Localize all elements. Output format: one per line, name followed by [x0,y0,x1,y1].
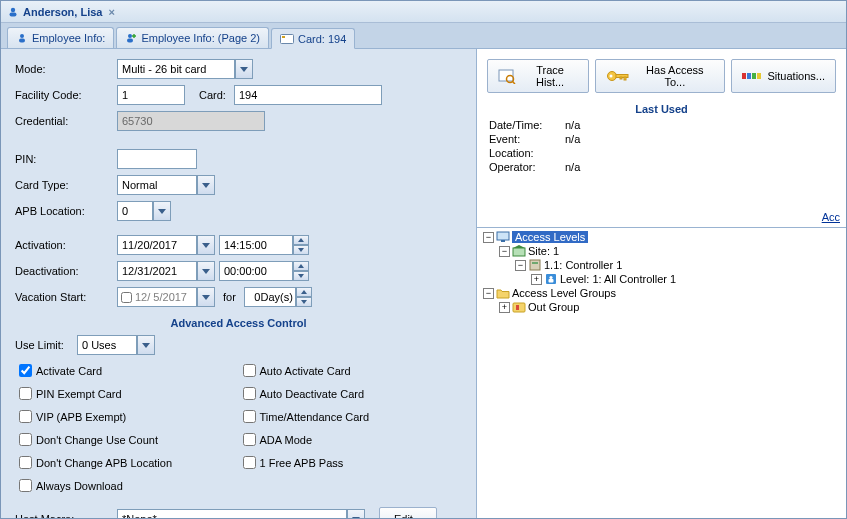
tree-label: Access Levels [512,231,588,243]
datetime-label: Date/Time: [489,119,565,131]
has-access-button[interactable]: Has Access To... [595,59,724,93]
dont-apb-checkbox[interactable]: Don't Change APB Location [15,453,239,472]
deactivation-time-input[interactable] [219,261,293,281]
operator-value: n/a [565,161,580,173]
svg-point-12 [610,75,613,78]
svg-rect-1 [10,12,17,16]
ada-mode-checkbox[interactable]: ADA Mode [239,430,463,449]
pin-label: PIN: [15,153,117,165]
uselimit-combo[interactable]: 0 Uses [77,335,137,355]
level-icon [544,273,558,285]
collapse-icon[interactable]: − [483,288,494,299]
last-used-section: Last Used Date/Time:n/a Event:n/a Locati… [477,103,846,183]
chevron-down-icon[interactable] [153,201,171,221]
tree-label: Level: 1: All Controller 1 [560,273,676,285]
tree-node-access-level-groups[interactable]: − Access Level Groups [483,286,844,300]
collapse-icon[interactable]: − [483,232,494,243]
vip-checkbox[interactable]: VIP (APB Exempt) [15,407,239,426]
cardtype-combo[interactable]: Normal [117,175,197,195]
svg-rect-22 [513,248,525,256]
tree-node-access-levels[interactable]: − Access Levels [483,230,844,244]
expand-icon[interactable]: + [531,274,542,285]
svg-rect-18 [752,73,756,79]
trace-history-button[interactable]: Trace Hist... [487,59,589,93]
svg-rect-21 [501,240,505,242]
vacation-label: Vacation Start: [15,291,117,303]
activation-time-input[interactable] [219,235,293,255]
chevron-down-icon[interactable] [347,509,365,518]
svg-rect-19 [757,73,761,79]
chevron-down-icon[interactable] [197,261,215,281]
acc-link[interactable]: Acc [477,183,846,227]
time-attendance-checkbox[interactable]: Time/Attendance Card [239,407,463,426]
chevron-down-icon[interactable] [197,175,215,195]
situations-icon [742,70,762,82]
days-spinner[interactable] [296,287,312,307]
cardtype-value: Normal [122,179,157,191]
time-spinner[interactable] [293,261,309,281]
collapse-icon[interactable]: − [515,260,526,271]
left-pane: Mode: Multi - 26 bit card Facility Code:… [1,49,476,518]
days-suffix: Day(s) [260,291,292,303]
situations-button[interactable]: Situations... [731,59,836,93]
chevron-down-icon[interactable] [235,59,253,79]
event-value: n/a [565,133,580,145]
svg-line-10 [513,82,516,85]
facility-label: Facility Code: [15,89,117,101]
tab-card[interactable]: Card: 194 [271,28,355,49]
hostmacro-combo[interactable]: *None* [117,509,347,518]
pin-input[interactable] [117,149,197,169]
deactivation-label: Deactivation: [15,265,117,277]
mode-value: Multi - 26 bit card [122,63,206,75]
collapse-icon[interactable]: − [499,246,510,257]
right-pane: Trace Hist... Has Access To... Situation… [476,49,846,518]
always-download-checkbox[interactable]: Always Download [15,476,239,495]
card-input[interactable] [234,85,382,105]
tree-node-level[interactable]: + Level: 1: All Controller 1 [531,272,844,286]
folder-icon [496,287,510,299]
expand-icon[interactable]: + [499,302,510,313]
tab-employee-info[interactable]: Employee Info: [7,27,114,48]
activate-card-checkbox[interactable]: Activate Card [15,361,239,380]
vacation-days-input[interactable]: 0Day(s) [244,287,296,307]
for-label: for [223,291,236,303]
svg-rect-20 [497,232,509,240]
titlebar-name: Anderson, Lisa [23,6,102,18]
edit-button[interactable]: Edit... [379,507,437,518]
pin-exempt-checkbox[interactable]: PIN Exempt Card [15,384,239,403]
tab-bar: Employee Info: Employee Info: (Page 2) C… [1,23,846,49]
time-spinner[interactable] [293,235,309,255]
mode-combo[interactable]: Multi - 26 bit card [117,59,235,79]
tab-label: Employee Info: [32,32,105,44]
auto-activate-checkbox[interactable]: Auto Activate Card [239,361,463,380]
hostmacro-value: *None* [122,513,157,518]
hostmacro-label: Host Macro: [15,513,117,518]
svg-rect-3 [19,39,25,43]
vacation-date-input[interactable]: 12/ 5/2017 [117,287,197,307]
svg-point-27 [549,276,552,279]
svg-rect-6 [281,34,294,43]
tree-node-out-group[interactable]: + Out Group [499,300,844,314]
svg-point-4 [128,34,132,38]
free-apb-checkbox[interactable]: 1 Free APB Pass [239,453,463,472]
tree-node-site[interactable]: − Site: 1 [499,244,844,258]
activation-date-input[interactable] [117,235,197,255]
facility-input[interactable] [117,85,185,105]
chevron-down-icon[interactable] [137,335,155,355]
chevron-down-icon[interactable] [197,235,215,255]
apbloc-combo[interactable]: 0 [117,201,153,221]
tab-label: Card: 194 [298,33,346,45]
vacation-enable-checkbox[interactable] [121,292,132,303]
chevron-down-icon[interactable] [197,287,215,307]
svg-rect-7 [282,36,285,38]
svg-point-0 [11,7,15,11]
datetime-value: n/a [565,119,580,131]
dont-use-count-checkbox[interactable]: Don't Change Use Count [15,430,239,449]
deactivation-date-input[interactable] [117,261,197,281]
tree-node-controller[interactable]: − 1.1: Controller 1 [515,258,844,272]
group-icon [512,301,526,313]
auto-deactivate-checkbox[interactable]: Auto Deactivate Card [239,384,463,403]
tab-employee-info-2[interactable]: Employee Info: (Page 2) [116,27,269,48]
svg-rect-14 [624,77,626,80]
close-tab-icon[interactable]: × [108,6,114,18]
